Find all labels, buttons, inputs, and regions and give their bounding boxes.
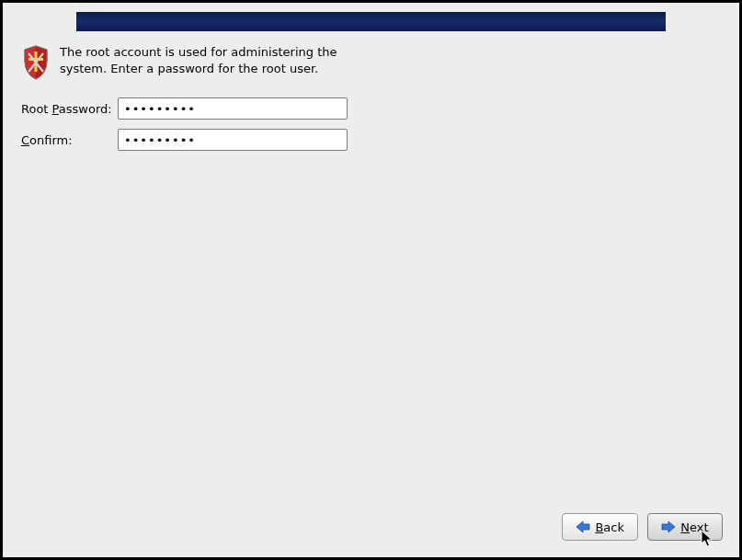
shield-icon — [21, 44, 51, 81]
next-button[interactable]: Next — [647, 513, 723, 541]
confirm-password-input[interactable] — [118, 129, 348, 151]
arrow-right-icon — [661, 520, 676, 533]
root-password-input[interactable] — [118, 97, 348, 120]
back-button[interactable]: Back — [562, 513, 638, 541]
back-button-label: Back — [595, 520, 624, 534]
intro-text: The root account is used for administeri… — [60, 44, 363, 76]
arrow-left-icon — [576, 520, 590, 533]
root-password-label: Root Password: — [21, 102, 118, 116]
confirm-password-label: Confirm: — [21, 133, 118, 147]
next-button-label: Next — [680, 520, 708, 534]
header-banner — [76, 12, 666, 31]
svg-rect-1 — [29, 58, 43, 61]
